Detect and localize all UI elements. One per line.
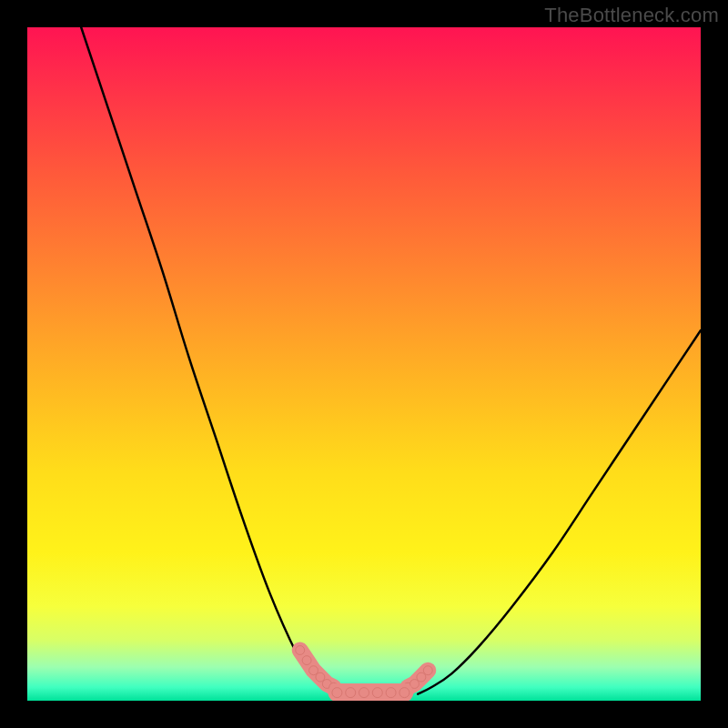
marker-left-cluster-dot bbox=[302, 656, 311, 665]
marker-bottom-bar-dot bbox=[346, 688, 356, 698]
marker-layer bbox=[296, 646, 432, 698]
watermark-label: TheBottleneck.com bbox=[544, 4, 719, 27]
plot-svg bbox=[27, 27, 701, 701]
series-right-curve bbox=[418, 330, 701, 694]
marker-bottom-bar-dot bbox=[359, 688, 369, 698]
marker-right-cluster-dot bbox=[417, 672, 426, 682]
marker-right-cluster-dot bbox=[423, 666, 432, 675]
marker-bottom-bar-dot bbox=[386, 688, 396, 698]
marker-left-cluster-dot bbox=[296, 646, 305, 655]
series-left-curve bbox=[81, 27, 337, 694]
marker-bottom-bar-dot bbox=[372, 688, 382, 698]
bottleneck-plot bbox=[27, 27, 701, 701]
marker-bottom-bar-dot bbox=[399, 688, 410, 698]
curve-layer bbox=[81, 27, 701, 694]
marker-left-cluster-dot bbox=[316, 672, 325, 682]
marker-bottom-bar-dot bbox=[332, 688, 342, 698]
marker-left-cluster-dot bbox=[309, 666, 318, 675]
frame: TheBottleneck.com bbox=[0, 0, 728, 728]
